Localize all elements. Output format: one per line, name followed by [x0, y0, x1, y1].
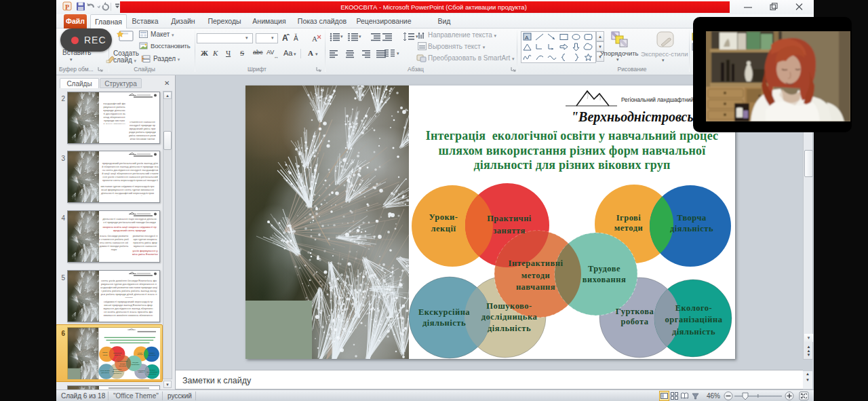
- svg-text:A: A: [525, 35, 529, 41]
- svg-text:Регіональний ландшафтний: Регіональний ландшафтний: [621, 97, 694, 103]
- svg-text:P: P: [65, 3, 69, 11]
- svg-text:А: А: [312, 35, 317, 43]
